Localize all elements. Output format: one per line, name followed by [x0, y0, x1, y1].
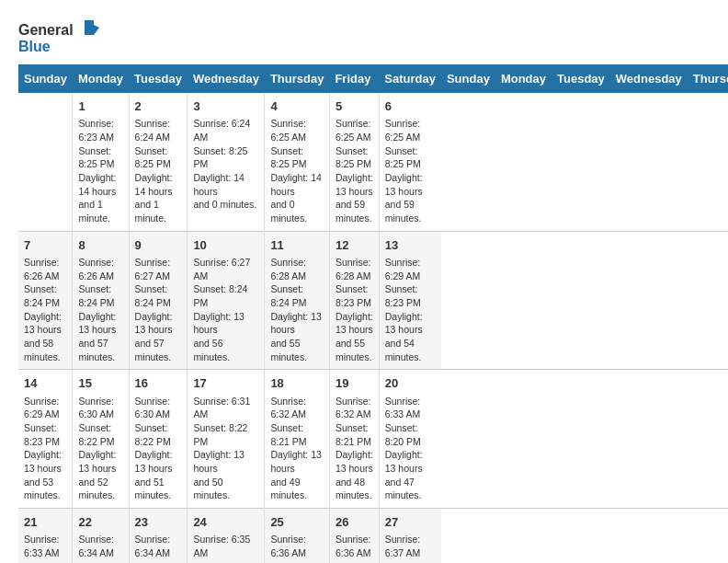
date-number: 13 [385, 237, 436, 254]
calendar-cell: 12Sunrise: 6:28 AM Sunset: 8:23 PM Dayli… [329, 231, 379, 370]
calendar-cell: 5Sunrise: 6:25 AM Sunset: 8:25 PM Daylig… [329, 93, 379, 231]
date-number: 19 [336, 375, 373, 392]
calendar-cell: 8Sunrise: 6:26 AM Sunset: 8:24 PM Daylig… [73, 231, 129, 370]
cell-content: Sunrise: 6:31 AM Sunset: 8:22 PM Dayligh… [193, 395, 258, 503]
cell-content: Sunrise: 6:26 AM Sunset: 8:24 PM Dayligh… [78, 256, 122, 364]
cell-content: Sunrise: 6:25 AM Sunset: 8:25 PM Dayligh… [270, 117, 324, 225]
calendar-cell: 3Sunrise: 6:24 AM Sunset: 8:25 PM Daylig… [188, 93, 265, 231]
cell-content: Sunrise: 6:37 AM Sunset: 8:17 PM Dayligh… [385, 533, 436, 563]
calendar-week-4: 21Sunrise: 6:33 AM Sunset: 8:20 PM Dayli… [18, 509, 728, 563]
cell-content: Sunrise: 6:27 AM Sunset: 8:24 PM Dayligh… [135, 256, 182, 364]
cell-content: Sunrise: 6:30 AM Sunset: 8:22 PM Dayligh… [135, 395, 182, 503]
date-number: 23 [135, 514, 182, 531]
calendar-cell [18, 93, 73, 231]
calendar-week-3: 14Sunrise: 6:29 AM Sunset: 8:23 PM Dayli… [18, 370, 728, 509]
cell-content: Sunrise: 6:33 AM Sunset: 8:20 PM Dayligh… [385, 395, 436, 503]
calendar-cell: 27Sunrise: 6:37 AM Sunset: 8:17 PM Dayli… [379, 509, 441, 563]
calendar-cell: 9Sunrise: 6:27 AM Sunset: 8:24 PM Daylig… [129, 231, 188, 370]
date-number: 12 [336, 237, 373, 254]
date-number: 27 [385, 514, 436, 531]
date-number: 4 [270, 98, 324, 115]
date-number: 24 [193, 514, 258, 531]
calendar-cell: 4Sunrise: 6:25 AM Sunset: 8:25 PM Daylig… [265, 93, 330, 231]
calendar-cell: 2Sunrise: 6:24 AM Sunset: 8:25 PM Daylig… [129, 93, 188, 231]
calendar-cell: 10Sunrise: 6:27 AM Sunset: 8:24 PM Dayli… [188, 231, 265, 370]
day-header-wednesday: Wednesday [188, 64, 265, 93]
cell-content: Sunrise: 6:34 AM Sunset: 8:19 PM Dayligh… [135, 533, 182, 563]
date-number: 3 [193, 98, 258, 115]
cell-content: Sunrise: 6:32 AM Sunset: 8:21 PM Dayligh… [270, 395, 324, 503]
cell-content: Sunrise: 6:32 AM Sunset: 8:21 PM Dayligh… [336, 395, 373, 503]
calendar-cell: 13Sunrise: 6:29 AM Sunset: 8:23 PM Dayli… [379, 231, 441, 370]
date-number: 8 [78, 237, 122, 254]
date-number: 26 [336, 514, 373, 531]
date-number: 16 [135, 375, 182, 392]
logo: GeneralBlue [18, 18, 101, 55]
svg-text:Blue: Blue [18, 39, 51, 54]
calendar-cell: 1Sunrise: 6:23 AM Sunset: 8:25 PM Daylig… [73, 93, 129, 231]
cell-content: Sunrise: 6:36 AM Sunset: 8:18 PM Dayligh… [270, 533, 324, 563]
cell-content: Sunrise: 6:34 AM Sunset: 8:20 PM Dayligh… [78, 533, 122, 563]
calendar-cell: 18Sunrise: 6:32 AM Sunset: 8:21 PM Dayli… [265, 370, 330, 509]
calendar-table: SundayMondayTuesdayWednesdayThursdayFrid… [18, 64, 728, 563]
day-header-thursday: Thursday [265, 64, 330, 93]
day-header-tuesday: Tuesday [129, 64, 188, 93]
cell-content: Sunrise: 6:25 AM Sunset: 8:25 PM Dayligh… [385, 117, 436, 225]
cell-content: Sunrise: 6:33 AM Sunset: 8:20 PM Dayligh… [24, 533, 66, 563]
calendar-week-2: 7Sunrise: 6:26 AM Sunset: 8:24 PM Daylig… [18, 231, 728, 370]
date-number: 6 [385, 98, 436, 115]
date-number: 5 [336, 98, 373, 115]
date-number: 7 [24, 237, 66, 254]
date-number: 15 [78, 375, 122, 392]
date-number: 25 [270, 514, 324, 531]
date-number: 11 [270, 237, 324, 254]
day-header: Thursday [688, 64, 728, 93]
date-number: 20 [385, 375, 436, 392]
day-header-sunday: Sunday [18, 64, 73, 93]
calendar-cell: 20Sunrise: 6:33 AM Sunset: 8:20 PM Dayli… [379, 370, 441, 509]
date-number: 22 [78, 514, 122, 531]
cell-content: Sunrise: 6:36 AM Sunset: 8:17 PM Dayligh… [336, 533, 373, 563]
calendar-header-row: SundayMondayTuesdayWednesdayThursdayFrid… [18, 64, 728, 93]
calendar-cell: 6Sunrise: 6:25 AM Sunset: 8:25 PM Daylig… [379, 93, 441, 231]
date-number: 18 [270, 375, 324, 392]
calendar-cell: 14Sunrise: 6:29 AM Sunset: 8:23 PM Dayli… [18, 370, 73, 509]
calendar-cell: 22Sunrise: 6:34 AM Sunset: 8:20 PM Dayli… [73, 509, 129, 563]
calendar-cell: 7Sunrise: 6:26 AM Sunset: 8:24 PM Daylig… [18, 231, 73, 370]
calendar-cell: 19Sunrise: 6:32 AM Sunset: 8:21 PM Dayli… [329, 370, 379, 509]
day-header: Wednesday [610, 64, 688, 93]
cell-content: Sunrise: 6:27 AM Sunset: 8:24 PM Dayligh… [193, 256, 258, 364]
calendar-cell: 15Sunrise: 6:30 AM Sunset: 8:22 PM Dayli… [73, 370, 129, 509]
date-number: 10 [193, 237, 258, 254]
cell-content: Sunrise: 6:29 AM Sunset: 8:23 PM Dayligh… [385, 256, 436, 364]
day-header: Monday [495, 64, 552, 93]
date-number: 21 [24, 514, 66, 531]
cell-content: Sunrise: 6:26 AM Sunset: 8:24 PM Dayligh… [24, 256, 66, 364]
calendar-cell: 17Sunrise: 6:31 AM Sunset: 8:22 PM Dayli… [188, 370, 265, 509]
date-number: 1 [78, 98, 122, 115]
calendar-cell: 25Sunrise: 6:36 AM Sunset: 8:18 PM Dayli… [265, 509, 330, 563]
calendar-cell: 24Sunrise: 6:35 AM Sunset: 8:18 PM Dayli… [188, 509, 265, 563]
day-header: Sunday [441, 64, 495, 93]
cell-content: Sunrise: 6:28 AM Sunset: 8:23 PM Dayligh… [336, 256, 373, 364]
day-header-friday: Friday [329, 64, 379, 93]
calendar-cell: 26Sunrise: 6:36 AM Sunset: 8:17 PM Dayli… [329, 509, 379, 563]
calendar-cell: 11Sunrise: 6:28 AM Sunset: 8:24 PM Dayli… [265, 231, 330, 370]
day-header-monday: Monday [73, 64, 129, 93]
day-header-saturday: Saturday [379, 64, 441, 93]
day-header: Tuesday [552, 64, 610, 93]
date-number: 2 [135, 98, 182, 115]
cell-content: Sunrise: 6:24 AM Sunset: 8:25 PM Dayligh… [193, 117, 258, 212]
calendar-cell: 21Sunrise: 6:33 AM Sunset: 8:20 PM Dayli… [18, 509, 73, 563]
page-header: GeneralBlue [18, 18, 710, 55]
calendar-cell: 23Sunrise: 6:34 AM Sunset: 8:19 PM Dayli… [129, 509, 188, 563]
cell-content: Sunrise: 6:24 AM Sunset: 8:25 PM Dayligh… [135, 117, 182, 225]
svg-text:General: General [18, 22, 74, 38]
calendar-cell: 16Sunrise: 6:30 AM Sunset: 8:22 PM Dayli… [129, 370, 188, 509]
cell-content: Sunrise: 6:25 AM Sunset: 8:25 PM Dayligh… [336, 117, 373, 225]
date-number: 14 [24, 375, 66, 392]
cell-content: Sunrise: 6:28 AM Sunset: 8:24 PM Dayligh… [270, 256, 324, 364]
cell-content: Sunrise: 6:35 AM Sunset: 8:18 PM Dayligh… [193, 533, 258, 563]
date-number: 9 [135, 237, 182, 254]
cell-content: Sunrise: 6:23 AM Sunset: 8:25 PM Dayligh… [78, 117, 122, 225]
